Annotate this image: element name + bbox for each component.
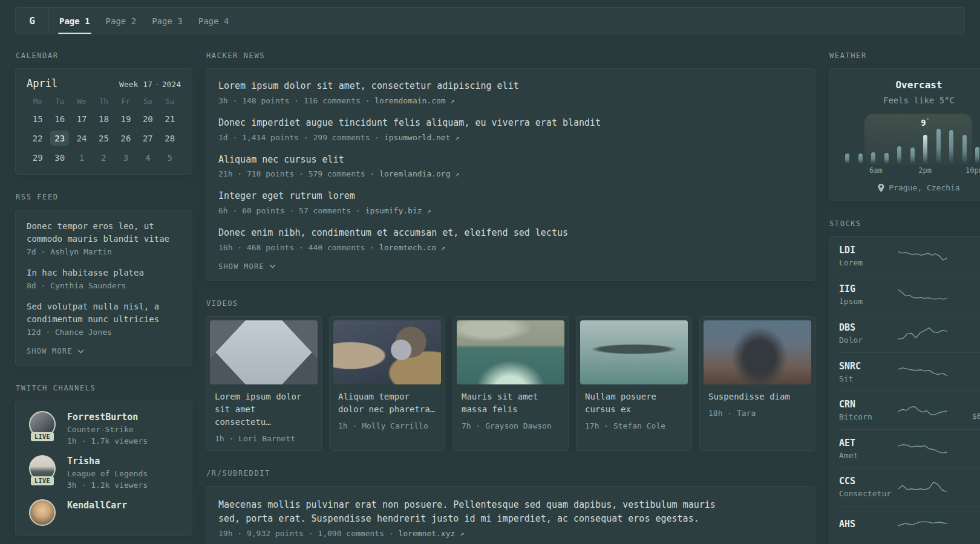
video-card[interactable]: Mauris sit amet massa felis 7h · Grayson… — [452, 316, 569, 451]
weather-bar — [923, 135, 927, 164]
stock-row[interactable]: DBSDolor +1.42%$156.28 — [839, 314, 980, 352]
video-card[interactable]: Lorem ipsum dolor sit amet consectetu… 1… — [206, 316, 322, 451]
calendar-day: 29 — [27, 150, 48, 165]
calendar-day: 4 — [137, 150, 158, 165]
external-link-icon: ↗ — [460, 529, 464, 538]
stock-values: +1.42%$156.28 — [948, 323, 980, 344]
chevron-down-icon — [269, 264, 276, 268]
tab-page-4[interactable]: Page 4 — [191, 8, 237, 34]
calendar-day-header: Su — [159, 96, 181, 107]
videos-carousel[interactable]: Lorem ipsum dolor sit amet consectetu… 1… — [206, 316, 815, 451]
hn-item-title[interactable]: Integer eget rutrum lorem — [218, 190, 803, 203]
tab-page-3[interactable]: Page 3 — [144, 8, 191, 34]
channel-name[interactable]: KendallCarr — [67, 499, 127, 511]
stock-id: SNRCSit — [839, 361, 897, 383]
stock-ticker[interactable]: SNRC — [839, 361, 897, 372]
tab-page-1[interactable]: Page 1 — [51, 8, 98, 34]
stock-row[interactable]: CCSConsectetur +0.51%$165.84 — [839, 468, 980, 507]
hn-item-domain[interactable]: loremtech.co — [379, 243, 436, 252]
rss-show-more-button[interactable]: SHOW MORE — [27, 347, 181, 355]
rss-item-title[interactable]: In hac habitasse platea — [27, 267, 181, 279]
external-link-icon: ↗ — [451, 97, 455, 105]
hn-item: Lorem ipsum dolor sit amet, consectetur … — [218, 80, 803, 105]
weather-bar — [871, 152, 875, 164]
stock-id: LDILorem — [839, 245, 897, 267]
stock-price: $66,171.48 — [948, 412, 980, 421]
video-card[interactable]: Aliquam tempor dolor nec pharetra… 1h · … — [329, 316, 445, 451]
calendar-widget: CALENDAR April Week 17·2024 MoTuWeThFrSa… — [15, 51, 192, 175]
weather-hourly-chart: 9° 6am2pm10pm — [845, 115, 980, 174]
channel-category[interactable]: Counter-Strike — [67, 425, 148, 434]
video-title[interactable]: Nullam posuere cursus ex — [580, 390, 688, 416]
video-meta: 18h · Tara — [708, 409, 806, 418]
stock-row[interactable]: AETAmet +0.92%$499.72 — [839, 429, 980, 468]
weather-bar — [897, 146, 901, 164]
video-title[interactable]: Aliquam tempor dolor nec pharetra… — [333, 390, 441, 416]
video-title[interactable]: Suspendisse diam — [704, 390, 811, 403]
channel-info: ForrestBurton Counter-Strike 1h · 1.7k v… — [67, 411, 148, 445]
twitch-channel[interactable]: LIVE ForrestBurton Counter-Strike 1h · 1… — [27, 411, 181, 445]
rss-item-title[interactable]: Sed volutpat nulla nisl, a condimentum n… — [27, 300, 181, 326]
subreddit-section-title: /R/SUBREDDIT — [206, 469, 815, 478]
hn-item-domain[interactable]: ipsumworld.net — [384, 133, 451, 142]
stock-row[interactable]: LDILorem +4.35%$795.18 — [839, 237, 980, 276]
stock-row[interactable]: CRNBitcorn -1.00%$66,171.48 — [839, 390, 980, 429]
calendar-day: 5 — [159, 150, 181, 165]
hn-item-domain[interactable]: loremlandia.org — [379, 169, 450, 178]
post-domain[interactable]: loremnet.xyz — [398, 529, 455, 538]
separator-dot: · — [152, 80, 162, 89]
hn-item-meta: 6h · 60 points · 57 comments · ipsumify.… — [218, 206, 803, 215]
channel-name[interactable]: ForrestBurton — [67, 411, 148, 423]
calendar-header: April Week 17·2024 — [27, 77, 181, 89]
stock-ticker[interactable]: AHS — [839, 519, 897, 529]
stock-ticker[interactable]: AET — [839, 438, 897, 448]
hn-item-meta: 1d · 1,414 points · 299 comments · ipsum… — [218, 133, 803, 142]
channel-name[interactable]: Trisha — [67, 455, 148, 467]
hn-item-title[interactable]: Donec imperdiet augue tincidunt felis al… — [218, 117, 803, 130]
hn-item-title[interactable]: Donec enim nibh, condimentum et accumsan… — [218, 227, 803, 240]
hn-item-domain[interactable]: ipsumify.biz — [365, 206, 422, 215]
weather-time-labels: 6am2pm10pm — [845, 166, 980, 175]
stock-price: $795.18 — [948, 257, 980, 267]
calendar-week-label: Week 17·2024 — [119, 80, 181, 89]
stock-row[interactable]: AHS +0.46% — [839, 506, 980, 544]
video-title[interactable]: Mauris sit amet massa felis — [457, 390, 564, 416]
hn-item-title[interactable]: Lorem ipsum dolor sit amet, consectetur … — [218, 80, 803, 93]
weather-section-title: WEATHER — [829, 51, 980, 60]
rss-item: Sed volutpat nulla nisl, a condimentum n… — [27, 300, 181, 337]
top-nav: G Page 1 Page 2 Page 3 Page 4 — [15, 7, 965, 34]
twitch-channel[interactable]: KendallCarr — [27, 499, 181, 526]
hn-item-meta: 16h · 468 points · 440 comments · loremt… — [218, 243, 803, 252]
hn-item-domain[interactable]: loremdomain.com — [374, 96, 445, 105]
stock-ticker[interactable]: IIG — [839, 283, 897, 294]
channel-category[interactable]: League of Legends — [67, 469, 148, 478]
stock-ticker[interactable]: CRN — [839, 399, 897, 410]
rss-item-title[interactable]: Donec tempor eros leo, ut commodo mauris… — [27, 220, 181, 245]
hn-item-title[interactable]: Aliquam nec cursus elit — [218, 154, 803, 167]
twitch-channel[interactable]: LIVE Trisha League of Legends 3h · 1.2k … — [27, 455, 181, 490]
stock-id: AHS — [839, 519, 897, 532]
video-card[interactable]: Nullam posuere cursus ex 17h · Stefan Co… — [576, 316, 692, 451]
weather-feels-like: Feels like 5°C — [840, 96, 980, 105]
twitch-section-title: TWITCH CHANNELS — [16, 384, 192, 392]
post-title[interactable]: Maecenas mollis pulvinar erat non posuer… — [218, 498, 739, 526]
external-link-icon: ↗ — [426, 207, 431, 215]
calendar-day: 23 — [50, 131, 68, 146]
videos-widget: VIDEOS Lorem ipsum dolor sit amet consec… — [206, 299, 815, 451]
hn-item: Donec imperdiet augue tincidunt felis al… — [218, 117, 803, 142]
stock-row[interactable]: IIGIpsum +2.84%$42.04 — [839, 276, 980, 314]
channel-viewers: 1h · 1.7k viewers — [67, 436, 148, 445]
stock-ticker[interactable]: LDI — [839, 245, 897, 256]
video-title[interactable]: Lorem ipsum dolor sit amet consectetu… — [210, 390, 318, 429]
external-link-icon: ↗ — [455, 134, 459, 142]
app-logo[interactable]: G — [16, 8, 49, 34]
weather-location[interactable]: Prague, Czechia — [840, 183, 980, 192]
tab-page-2[interactable]: Page 2 — [98, 8, 145, 34]
hn-show-more-button[interactable]: SHOW MORE — [218, 262, 803, 271]
stock-change: +0.51% — [948, 476, 980, 486]
stock-row[interactable]: SNRCSit +1.36%$148.64 — [839, 352, 980, 391]
chevron-down-icon — [77, 349, 84, 354]
stock-ticker[interactable]: DBS — [839, 322, 897, 333]
video-card[interactable]: Suspendisse diam 18h · Tara — [699, 316, 815, 451]
stock-ticker[interactable]: CCS — [839, 476, 897, 487]
